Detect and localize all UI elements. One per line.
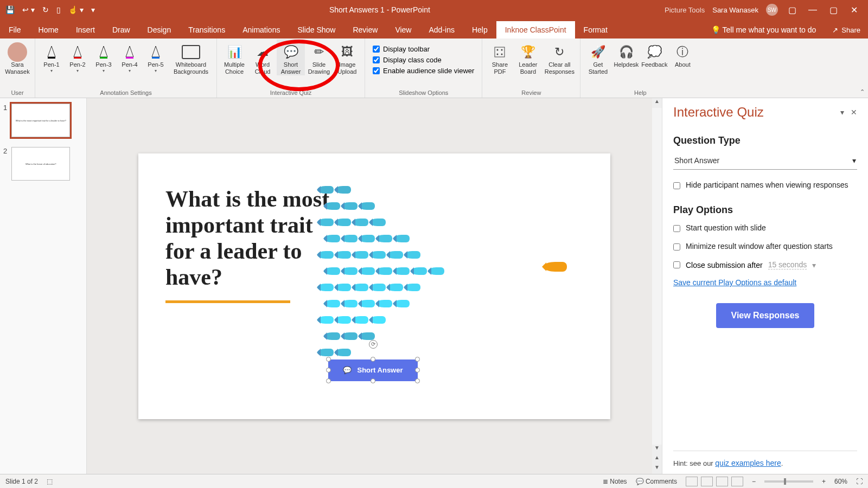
minimize-window-checkbox[interactable]: [673, 243, 680, 251]
display-classcode-checkbox[interactable]: Display class code: [373, 56, 474, 64]
comments-button[interactable]: 💬 Comments: [636, 478, 677, 485]
minimize-button[interactable]: ―: [806, 5, 819, 15]
slide-drawing[interactable]: ✏Slide Drawing: [305, 40, 333, 75]
tab-file[interactable]: File: [0, 21, 30, 38]
pen-5[interactable]: Pen-5▾: [143, 40, 169, 73]
vertical-scrollbar[interactable]: ▲ ▼ ▲ ▼: [652, 98, 662, 474]
start-with-slide-checkbox[interactable]: [673, 225, 680, 232]
zoom-out-icon[interactable]: −: [752, 478, 756, 485]
tab-format[interactable]: Format: [575, 21, 616, 38]
maximize-button[interactable]: ▢: [827, 5, 840, 15]
present-icon[interactable]: ▯: [56, 5, 61, 14]
selection-handle[interactable]: [326, 357, 331, 362]
hide-names-checkbox[interactable]: [673, 182, 680, 189]
get-started[interactable]: 🚀Get Started: [584, 40, 612, 75]
audience-viewer-checkbox[interactable]: Enable audience slide viewer: [373, 67, 474, 75]
window-title: Short Answers 1 - PowerPoint: [95, 5, 665, 14]
undo-icon[interactable]: ↩ ▾: [22, 5, 35, 14]
selection-handle[interactable]: [326, 368, 331, 373]
slideshow-view-icon[interactable]: [731, 477, 743, 486]
close-submission-checkbox[interactable]: [673, 261, 680, 268]
tab-design[interactable]: Design: [139, 21, 180, 38]
user-avatar-icon: [8, 42, 27, 62]
whiteboard-backgrounds[interactable]: Whiteboard Backgrounds: [169, 40, 213, 75]
question-type-select[interactable]: Short Answer ▾: [673, 154, 857, 170]
multiple-choice[interactable]: 📊Multiple Choice: [220, 40, 248, 75]
scroll-up-icon[interactable]: ▲: [652, 98, 662, 108]
about[interactable]: ⓘAbout: [668, 40, 697, 68]
feedback[interactable]: 💭Feedback: [640, 40, 668, 68]
short-answer-object[interactable]: 💬 Short Answer: [328, 359, 418, 381]
short-answer[interactable]: 💬Short Answer: [277, 40, 305, 75]
tab-addins[interactable]: Add-ins: [420, 21, 463, 38]
slide[interactable]: What is the most important trait for a l…: [138, 153, 610, 419]
tab-slideshow[interactable]: Slide Show: [289, 21, 344, 38]
clear-responses[interactable]: ↻Clear all Responses: [542, 40, 577, 75]
user-name[interactable]: Sara Wanasek: [712, 6, 758, 14]
save-icon[interactable]: 💾: [5, 5, 15, 14]
zoom-in-icon[interactable]: +: [822, 478, 826, 485]
save-defaults-link[interactable]: Save current Play Options as default: [673, 278, 857, 287]
image-upload[interactable]: 🖼Image Upload: [333, 40, 361, 75]
notes-button[interactable]: ≣ Notes: [603, 478, 627, 485]
prev-slide-icon[interactable]: ▲: [652, 454, 662, 464]
tab-classpoint[interactable]: Inknoe ClassPoint: [496, 21, 575, 38]
slide-canvas[interactable]: What is the most important trait for a l…: [87, 98, 662, 474]
selection-handle[interactable]: [371, 357, 375, 362]
rotation-handle[interactable]: ⟳: [369, 340, 378, 349]
pen-4[interactable]: Pen-4▾: [117, 40, 143, 73]
sorter-view-icon[interactable]: [701, 477, 713, 486]
normal-view-icon[interactable]: [686, 477, 698, 486]
share-button[interactable]: ↗ Share: [825, 22, 868, 38]
display-toolbar-checkbox[interactable]: Display toolbar: [373, 45, 474, 53]
pen-2[interactable]: Pen-2▾: [65, 40, 91, 73]
user-button[interactable]: Sara Wanasek: [3, 40, 31, 75]
close-button[interactable]: ✕: [847, 5, 860, 15]
zoom-level[interactable]: 60%: [834, 478, 847, 485]
seconds-dropdown[interactable]: 15 seconds: [768, 260, 807, 269]
scroll-down-icon[interactable]: ▼: [652, 445, 662, 454]
slide-indicator[interactable]: Slide 1 of 2: [5, 478, 38, 485]
tab-insert[interactable]: Insert: [67, 21, 104, 38]
tab-animations[interactable]: Animations: [234, 21, 289, 38]
thumbnail-2[interactable]: What is the future of education?: [11, 147, 70, 181]
tab-review[interactable]: Review: [344, 21, 386, 38]
slide-thumbnails: 1 What is the most important trait for a…: [0, 98, 87, 474]
fit-to-window-icon[interactable]: ⛶: [856, 478, 863, 485]
qat-more-icon[interactable]: ▾: [91, 5, 95, 14]
quiz-examples-link[interactable]: quiz examples here: [715, 459, 781, 467]
helpdesk[interactable]: 🎧Helpdesk: [612, 40, 640, 68]
reading-view-icon[interactable]: [716, 477, 728, 486]
svg-rect-3: [126, 57, 133, 59]
collapse-ribbon-icon[interactable]: ⌃: [860, 88, 865, 95]
share-pdf[interactable]: Share PDF: [486, 40, 514, 75]
tab-help[interactable]: Help: [463, 21, 496, 38]
ribbon-options-button[interactable]: ▢: [786, 5, 799, 15]
pen-3[interactable]: Pen-3▾: [91, 40, 117, 73]
tab-home[interactable]: Home: [30, 21, 67, 38]
selection-handle[interactable]: [415, 357, 420, 362]
selection-handle[interactable]: [415, 368, 420, 373]
next-slide-icon[interactable]: ▼: [652, 464, 662, 474]
word-cloud[interactable]: ☁Word Cloud: [248, 40, 277, 75]
tab-view[interactable]: View: [386, 21, 420, 38]
user-avatar[interactable]: SW: [766, 4, 778, 16]
thumbnail-1[interactable]: What is the most important trait for a l…: [11, 104, 70, 137]
selection-handle[interactable]: [415, 378, 420, 383]
pen-1[interactable]: Pen-1▾: [39, 40, 65, 73]
selection-handle[interactable]: [326, 378, 331, 383]
zoom-slider[interactable]: [764, 480, 813, 483]
panel-close-icon[interactable]: ✕: [851, 108, 857, 117]
leader-board[interactable]: 🏆Leader Board: [514, 40, 542, 75]
panel-options-icon[interactable]: ▾: [840, 108, 844, 117]
redo-icon[interactable]: ↻: [42, 5, 49, 14]
selection-handle[interactable]: [371, 378, 375, 383]
context-tab-label: Picture Tools: [665, 6, 705, 14]
tab-draw[interactable]: Draw: [104, 21, 139, 38]
accessibility-icon[interactable]: ⬚: [47, 478, 53, 485]
tab-transitions[interactable]: Transitions: [180, 21, 234, 38]
panel-title: Interactive Quiz: [673, 105, 764, 120]
touch-icon[interactable]: ☝ ▾: [68, 5, 84, 14]
view-responses-button[interactable]: View Responses: [716, 303, 815, 328]
tell-me[interactable]: 💡 Tell me what you want to do: [703, 21, 825, 38]
